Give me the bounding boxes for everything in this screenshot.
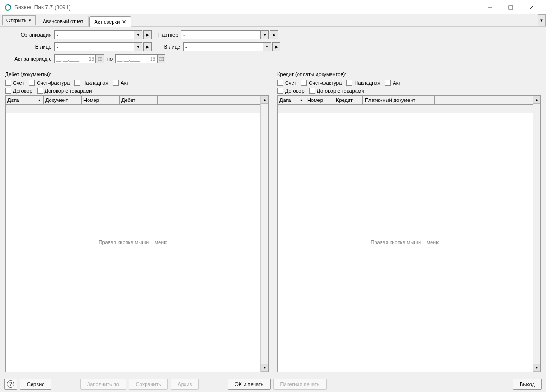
svg-point-7 [99, 59, 99, 59]
svg-rect-2 [509, 6, 513, 9]
chk-label: Договор с товарами [45, 88, 92, 94]
partner-combo[interactable]: - ▼ [181, 30, 269, 39]
col-dokument[interactable]: Документ [44, 96, 82, 105]
chk-dogovor[interactable]: Договор [5, 88, 32, 94]
person-right-label: В лице [158, 44, 180, 50]
exit-button[interactable]: Выход [513, 379, 542, 390]
checkbox-icon [74, 80, 80, 86]
date-to-input[interactable]: __.__.____ 16 [115, 54, 157, 63]
col-data[interactable]: Дата▲ [6, 96, 44, 105]
fill-button[interactable]: Заполнить по [80, 379, 126, 390]
tab-label: Авансовый отчет [43, 19, 83, 24]
checkbox-icon [37, 88, 43, 94]
tab-close-icon[interactable]: ✕ [122, 19, 126, 25]
svg-point-9 [102, 59, 102, 59]
chk-schet-faktura[interactable]: Счет-фактура [29, 80, 70, 86]
col-nomer[interactable]: Номер [305, 96, 334, 105]
checkbox-icon [309, 88, 315, 94]
col-data[interactable]: Дата▲ [278, 96, 305, 105]
person-right-combo[interactable]: - ▼ [183, 42, 271, 51]
col-kredit[interactable]: Кредит [334, 96, 363, 105]
col-platezhnyy-dokument[interactable]: Платежный документ [363, 96, 435, 105]
debit-table-header: Дата▲ Документ Номер Дебет [6, 96, 260, 105]
chk-akt[interactable]: Акт [385, 80, 400, 86]
debit-table-body[interactable]: Правая кнопка мыши – меню [6, 113, 260, 372]
org-details-button[interactable]: ▶ [143, 30, 152, 39]
window-buttons [479, 1, 542, 14]
chk-nakladnaya[interactable]: Накладная [74, 80, 108, 86]
partner-details-button[interactable]: ▶ [270, 30, 278, 39]
date-to-picker-button[interactable] [157, 54, 165, 63]
chevron-down-icon[interactable]: ▼ [263, 43, 271, 51]
help-icon: ? [7, 380, 14, 388]
svg-point-15 [161, 59, 162, 59]
checkbox-icon [346, 80, 352, 86]
open-label: Открыть [6, 18, 26, 23]
chevron-down-icon[interactable]: ▼ [134, 43, 142, 51]
col-debet[interactable]: Дебет [120, 96, 158, 105]
debit-scrollbar[interactable]: ▲ ▼ [260, 96, 268, 372]
tab-avansovyy-otchet[interactable]: Авансовый отчет [38, 16, 88, 26]
credit-table-body[interactable]: Правая кнопка мыши – меню [278, 113, 533, 372]
chk-schet[interactable]: Счет [277, 80, 296, 86]
scroll-track[interactable] [261, 104, 268, 364]
date-from-picker-button[interactable] [96, 54, 104, 63]
checkbox-icon [113, 80, 119, 86]
person-right-details-button[interactable]: ▶ [272, 42, 280, 51]
date-to-suffix: 16 [150, 57, 155, 62]
batch-print-button[interactable]: Пакетная печать [273, 379, 327, 390]
save-button[interactable]: Сохранить [129, 379, 168, 390]
chk-nakladnaya[interactable]: Накладная [346, 80, 380, 86]
date-from-suffix: 16 [89, 57, 94, 62]
person-left-details-button[interactable]: ▶ [143, 42, 152, 51]
chk-label: Счет [285, 80, 296, 86]
debit-title: Дебет (документы): [5, 71, 269, 77]
chevron-down-icon[interactable]: ▼ [134, 31, 142, 39]
partner-value: - [181, 32, 260, 38]
credit-title: Кредит (оплаты документов): [277, 71, 541, 77]
scroll-track[interactable] [533, 104, 540, 364]
minimize-button[interactable] [479, 1, 500, 14]
col-nomer[interactable]: Номер [82, 96, 120, 105]
credit-checks-row1: Счет Счет-фактура Накладная Акт [277, 80, 541, 86]
scroll-up-icon[interactable]: ▲ [533, 96, 540, 104]
chk-schet[interactable]: Счет [5, 80, 24, 86]
close-button[interactable] [521, 1, 542, 14]
checkbox-icon [385, 80, 391, 86]
chk-schet-faktura[interactable]: Счет-фактура [301, 80, 342, 86]
open-menu-button[interactable]: Открыть ▼ [2, 15, 36, 25]
org-combo[interactable]: - ▼ [54, 30, 142, 39]
tab-akt-sverki[interactable]: Акт сверки ✕ [89, 16, 132, 27]
table-row[interactable] [6, 105, 260, 113]
period-to-label: по [107, 56, 113, 62]
chk-label: Акт [121, 80, 128, 86]
svg-point-18 [161, 60, 162, 60]
scroll-down-icon[interactable]: ▼ [533, 364, 540, 372]
help-button[interactable]: ? [4, 379, 17, 390]
scroll-up-icon[interactable]: ▲ [261, 96, 268, 104]
table-row[interactable] [278, 105, 533, 113]
placeholder-text: Правая кнопка мыши – меню [371, 240, 440, 245]
chevron-down-icon: ▼ [540, 19, 544, 23]
chk-dogovor-s-tovarami[interactable]: Договор с товарами [37, 88, 92, 94]
chk-label: Договор с товарами [317, 88, 364, 94]
credit-scrollbar[interactable]: ▲ ▼ [533, 96, 540, 372]
archive-button[interactable]: Архив [171, 379, 199, 390]
checkbox-icon [5, 80, 11, 86]
form-area: Организация - ▼ ▶ Партнер - ▼ ▶ В лице -… [0, 27, 546, 70]
chevron-down-icon[interactable]: ▼ [260, 31, 268, 39]
chk-dogovor[interactable]: Договор [277, 88, 305, 94]
chk-dogovor-s-tovarami[interactable]: Договор с товарами [309, 88, 364, 94]
date-to-value: __.__.____ [117, 57, 150, 62]
scroll-down-icon[interactable]: ▼ [261, 364, 268, 372]
maximize-button[interactable] [500, 1, 521, 14]
person-left-combo[interactable]: - ▼ [54, 42, 142, 51]
debit-table: Дата▲ Документ Номер Дебет Правая кнопка… [5, 95, 269, 372]
service-button[interactable]: Сервис [20, 379, 51, 390]
chk-label: Счет [13, 80, 24, 86]
tabs-overflow-button[interactable]: ▼ [538, 14, 546, 26]
chevron-down-icon: ▼ [28, 19, 32, 23]
date-from-input[interactable]: __.__.____ 16 [54, 54, 96, 63]
ok-print-button[interactable]: OK и печать [228, 379, 270, 390]
chk-akt[interactable]: Акт [113, 80, 128, 86]
